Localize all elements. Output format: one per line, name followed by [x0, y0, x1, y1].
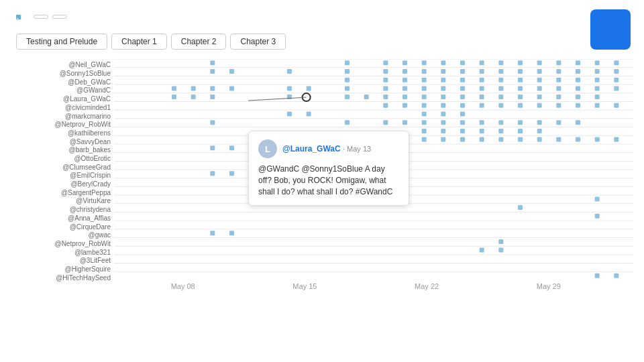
svg-rect-35 — [518, 60, 523, 65]
svg-rect-132 — [460, 112, 465, 117]
y-label: @Anna_Affias — [68, 214, 111, 221]
svg-rect-51 — [460, 69, 465, 74]
svg-rect-87 — [460, 86, 465, 90]
post-tooltip: L @Laura_GWaC · May 13 @GWandC @Sonny1So… — [248, 131, 409, 206]
svg-rect-115 — [383, 103, 388, 108]
about-button[interactable] — [34, 15, 48, 19]
svg-rect-129 — [307, 112, 311, 117]
svg-rect-64 — [422, 78, 427, 82]
svg-rect-102 — [364, 95, 369, 99]
svg-rect-105 — [422, 95, 427, 99]
svg-rect-136 — [402, 120, 407, 125]
svg-rect-54 — [518, 69, 523, 74]
svg-rect-137 — [422, 120, 427, 125]
svg-rect-44 — [229, 69, 234, 74]
svg-rect-69 — [518, 78, 523, 82]
svg-rect-146 — [422, 129, 427, 133]
help-button[interactable] — [52, 15, 67, 19]
svg-rect-106 — [441, 95, 445, 99]
chapter-btn-1[interactable]: Chapter 1 — [111, 34, 167, 50]
svg-text:May 29: May 29 — [537, 282, 561, 290]
svg-rect-184 — [498, 248, 503, 253]
svg-text:May 08: May 08 — [171, 282, 195, 290]
svg-rect-78 — [210, 86, 215, 90]
svg-rect-162 — [556, 137, 561, 142]
svg-rect-77 — [191, 86, 196, 90]
svg-rect-32 — [460, 60, 465, 65]
svg-rect-83 — [383, 86, 388, 90]
svg-rect-61 — [345, 78, 350, 82]
svg-rect-180 — [210, 231, 215, 235]
svg-rect-161 — [537, 137, 542, 142]
chapter-buttons: Testing and Prelude Chapter 1 Chapter 2 … — [16, 34, 628, 50]
svg-rect-63 — [402, 78, 407, 82]
svg-rect-52 — [480, 69, 484, 74]
chapter-btn-2[interactable]: Chapter 2 — [171, 34, 227, 50]
svg-rect-147 — [441, 129, 445, 133]
svg-rect-141 — [498, 120, 503, 125]
svg-rect-91 — [537, 86, 542, 90]
svg-rect-65 — [441, 78, 445, 82]
y-label: @ClumseeGrad — [62, 163, 111, 170]
svg-rect-97 — [172, 95, 176, 99]
svg-rect-98 — [191, 95, 196, 99]
svg-rect-109 — [498, 95, 503, 99]
svg-rect-108 — [480, 95, 484, 99]
svg-rect-159 — [498, 137, 503, 142]
svg-rect-59 — [614, 69, 619, 74]
svg-rect-104 — [402, 95, 407, 99]
svg-text:May 15: May 15 — [292, 282, 317, 290]
svg-rect-37 — [556, 60, 561, 65]
svg-rect-135 — [383, 120, 388, 125]
svg-rect-112 — [556, 95, 561, 99]
y-label: @markcmarino — [65, 112, 111, 119]
svg-rect-55 — [537, 69, 542, 74]
svg-rect-142 — [518, 120, 523, 125]
svg-rect-29 — [402, 60, 407, 65]
svg-rect-30 — [422, 60, 427, 65]
svg-rect-128 — [287, 112, 292, 117]
svg-rect-149 — [480, 129, 484, 133]
svg-rect-62 — [383, 78, 388, 82]
svg-rect-67 — [480, 78, 484, 82]
svg-rect-58 — [595, 69, 600, 74]
svg-rect-28 — [383, 60, 388, 65]
svg-rect-34 — [498, 60, 503, 65]
svg-rect-100 — [287, 95, 292, 99]
svg-rect-45 — [287, 69, 292, 74]
y-label: @lambe321 — [74, 248, 111, 255]
svg-rect-134 — [345, 120, 350, 125]
svg-rect-127 — [614, 103, 619, 108]
y-label: @CirqueDare — [70, 223, 111, 230]
svg-rect-121 — [498, 103, 503, 108]
y-label: @BerylCrady — [70, 180, 111, 188]
chapter-btn-0[interactable]: Testing and Prelude — [16, 34, 107, 50]
svg-rect-53 — [498, 69, 503, 74]
y-label: @GWandC — [76, 86, 111, 94]
tooltip-date: · May 13 — [343, 145, 371, 153]
svg-rect-167 — [210, 145, 215, 150]
svg-rect-101 — [345, 95, 350, 99]
svg-rect-125 — [576, 103, 580, 108]
svg-rect-99 — [210, 95, 215, 99]
svg-rect-175 — [229, 171, 234, 176]
chapter-btn-3[interactable]: Chapter 3 — [230, 34, 286, 50]
svg-rect-107 — [460, 95, 465, 99]
svg-rect-48 — [402, 69, 407, 74]
y-label: @Sonny1SoBlue — [60, 70, 111, 77]
svg-rect-26 — [210, 60, 215, 65]
svg-rect-156 — [441, 137, 445, 142]
y-label: @Netprov_RobWit — [54, 239, 111, 247]
svg-rect-130 — [422, 112, 427, 117]
svg-rect-133 — [210, 120, 215, 125]
svg-rect-82 — [345, 86, 350, 90]
svg-rect-31 — [441, 60, 445, 65]
svg-rect-140 — [480, 120, 484, 125]
svg-rect-131 — [441, 112, 445, 117]
svg-rect-95 — [614, 86, 619, 90]
tooltip-user: @Laura_GWaC — [282, 144, 341, 154]
y-label: @EmilCrispin — [70, 172, 111, 179]
svg-rect-145 — [576, 120, 580, 125]
svg-rect-126 — [595, 103, 600, 108]
svg-rect-178 — [518, 205, 523, 210]
